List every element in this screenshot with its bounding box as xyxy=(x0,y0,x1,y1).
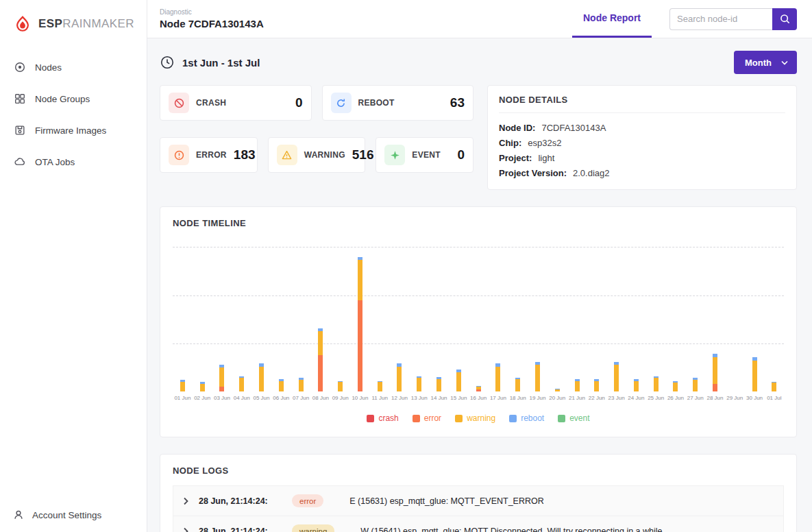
legend-item-event[interactable]: event xyxy=(558,413,589,423)
log-row[interactable]: 28 Jun, 21:14:24:warningW (15641) esp_mq… xyxy=(173,516,784,532)
stacked-bar[interactable] xyxy=(436,377,441,391)
detail-label: Project: xyxy=(499,153,532,163)
stat-card-warning: WARNING516 xyxy=(268,137,366,173)
stat-card-crash: CRASH0 xyxy=(160,85,312,121)
period-select-label: Month xyxy=(745,58,772,68)
nodes-icon xyxy=(14,61,26,73)
sidebar-item-firmware-images[interactable]: Firmware Images xyxy=(7,117,140,144)
bar-segment-warning xyxy=(535,365,540,391)
stacked-bar[interactable] xyxy=(180,380,185,391)
search-input[interactable] xyxy=(669,8,772,30)
main-area: Diagnostic Node 7CDFA130143A Node Report… xyxy=(147,0,812,532)
stacked-bar[interactable] xyxy=(397,363,402,391)
node-details-rows: Node ID:7CDFA130143AChip:esp32s2Project:… xyxy=(499,120,785,180)
chevron-right-icon[interactable] xyxy=(183,497,189,505)
stacked-bar[interactable] xyxy=(299,378,304,391)
x-tick-label: 26 Jun xyxy=(666,395,686,401)
x-tick-label: 25 Jun xyxy=(646,395,666,401)
legend-item-crash[interactable]: crash xyxy=(367,413,398,423)
stacked-bar[interactable] xyxy=(318,328,323,391)
bar-segment-warning xyxy=(752,361,757,391)
legend-swatch-reboot xyxy=(509,415,517,422)
stat-value: 63 xyxy=(450,95,465,110)
firmware-images-icon xyxy=(14,124,26,136)
event-icon xyxy=(384,145,405,165)
sidebar-item-label: Firmware Images xyxy=(35,125,106,136)
stacked-bar[interactable] xyxy=(495,363,500,391)
sidebar-item-node-groups[interactable]: Node Groups xyxy=(7,85,140,112)
stacked-bar[interactable] xyxy=(476,386,481,391)
stacked-bar[interactable] xyxy=(417,376,421,391)
x-tick-label: 12 Jun xyxy=(390,395,410,401)
stacked-bar[interactable] xyxy=(693,378,698,391)
sidebar-footer-label: Account Settings xyxy=(32,510,101,520)
bar-segment-warning xyxy=(378,382,382,391)
stacked-bar[interactable] xyxy=(219,365,224,391)
clock-icon xyxy=(160,55,175,70)
legend-item-error[interactable]: error xyxy=(413,413,441,423)
bar-segment-error xyxy=(358,300,362,391)
stacked-bar[interactable] xyxy=(654,376,659,391)
chart-slot-10-jun xyxy=(350,247,370,391)
brand-logo[interactable]: ESPRAINMAKER xyxy=(0,0,147,53)
stacked-bar[interactable] xyxy=(279,379,284,391)
sidebar-item-nodes[interactable]: Nodes xyxy=(7,53,140,81)
stat-label: WARNING xyxy=(304,150,345,160)
bar-segment-warning xyxy=(713,357,717,384)
x-tick-label: 28 Jun xyxy=(705,395,725,401)
x-tick-label: 18 Jun xyxy=(508,395,528,401)
stacked-bar[interactable] xyxy=(772,382,776,391)
tab-node-report[interactable]: Node Report xyxy=(572,0,652,38)
chart-slot-25-jun xyxy=(646,247,666,391)
bar-segment-warning xyxy=(219,367,224,387)
stacked-bar[interactable] xyxy=(456,370,461,391)
stacked-bar[interactable] xyxy=(555,389,560,391)
stacked-bar[interactable] xyxy=(259,363,264,391)
stacked-bar[interactable] xyxy=(594,379,599,391)
x-tick-label: 21 Jun xyxy=(567,395,587,401)
node-logs-title: NODE LOGS xyxy=(173,466,784,476)
chevron-right-icon[interactable] xyxy=(183,527,189,532)
stacked-bar[interactable] xyxy=(634,379,639,391)
log-row[interactable]: 28 Jun, 21:14:24:errorE (15631) esp_mqtt… xyxy=(173,485,784,516)
stacked-bar[interactable] xyxy=(752,357,757,391)
stacked-bar[interactable] xyxy=(575,379,580,391)
x-tick-label: 04 Jun xyxy=(232,395,251,401)
chart-slot-11-jun xyxy=(370,247,390,391)
x-tick-label: 01 Jun xyxy=(173,395,193,401)
legend-item-reboot[interactable]: reboot xyxy=(509,413,544,423)
legend-item-warning[interactable]: warning xyxy=(455,413,495,423)
stacked-bar[interactable] xyxy=(673,381,678,391)
chart-slot-27-jun xyxy=(685,247,705,391)
stacked-bar[interactable] xyxy=(239,376,244,391)
stacked-bar[interactable] xyxy=(378,381,382,391)
detail-value: light xyxy=(538,153,554,163)
stacked-bar[interactable] xyxy=(515,378,520,391)
chart-bars xyxy=(173,247,784,391)
stat-card-reboot: REBOOT63 xyxy=(322,85,474,121)
stacked-bar[interactable] xyxy=(338,381,343,391)
chart-slot-09-jun xyxy=(330,247,350,391)
stacked-bar[interactable] xyxy=(535,362,540,391)
breadcrumb: Diagnostic xyxy=(160,8,264,16)
bar-segment-error xyxy=(476,389,481,391)
search-button[interactable] xyxy=(772,8,797,30)
bar-segment-warning xyxy=(614,365,619,391)
period-select-button[interactable]: Month xyxy=(734,51,797,74)
stats-area: CRASH0REBOOT63 ERROR183WARNING516EVENT0 … xyxy=(160,85,797,190)
stacked-bar[interactable] xyxy=(713,354,717,391)
bar-segment-error xyxy=(219,387,224,391)
chart-slot-17-jun xyxy=(489,247,508,391)
bar-segment-warning xyxy=(239,378,244,391)
x-tick-label: 09 Jun xyxy=(330,395,350,401)
stacked-bar[interactable] xyxy=(358,257,362,391)
stat-cards: CRASH0REBOOT63 ERROR183WARNING516EVENT0 xyxy=(160,85,473,190)
sidebar-item-ota-jobs[interactable]: OTA Jobs xyxy=(7,148,140,176)
stacked-bar[interactable] xyxy=(614,362,619,391)
stacked-bar[interactable] xyxy=(200,382,205,391)
legend-swatch-event xyxy=(558,415,565,422)
sidebar-item-account-settings[interactable]: Account Settings xyxy=(0,498,147,532)
bar-segment-warning xyxy=(417,378,421,391)
log-timestamp: 28 Jun, 21:14:24: xyxy=(199,496,282,506)
node-search xyxy=(669,8,797,30)
